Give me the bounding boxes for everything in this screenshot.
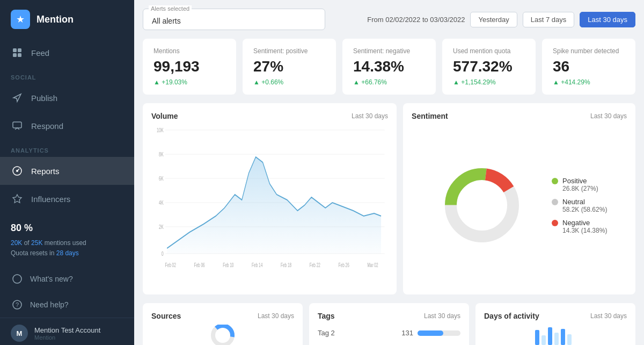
stat-negative-label: Sentiment: negative <box>353 47 425 55</box>
tag-label: Tag 2 <box>318 329 335 337</box>
svg-text:2K: 2K <box>159 224 164 231</box>
sidebar-item-whats-new[interactable]: What's new? <box>0 266 134 292</box>
svg-text:4K: 4K <box>159 200 164 206</box>
stats-row: Mentions 99,193 +19.03% Sentiment: posit… <box>143 39 635 95</box>
sidebar-item-feed[interactable]: Feed <box>0 39 134 67</box>
svg-text:Feb 06: Feb 06 <box>194 262 204 269</box>
sources-card: Sources Last 30 days <box>143 303 303 345</box>
avatar: M <box>11 325 28 342</box>
svg-text:Feb 02: Feb 02 <box>165 262 176 269</box>
yesterday-button[interactable]: Yesterday <box>470 12 517 27</box>
respond-label: Respond <box>31 121 63 131</box>
svg-rect-2 <box>13 53 17 57</box>
stat-positive-value: 27% <box>253 58 325 75</box>
svg-point-7 <box>13 275 21 283</box>
svg-text:?: ? <box>16 301 19 308</box>
activity-chart-placeholder <box>484 325 627 345</box>
last-30-days-button[interactable]: Last 30 days <box>580 12 635 27</box>
stat-spike-change: +414.29% <box>553 78 625 86</box>
sentiment-legend: Positive 26.8K (27%) Neutral 58.2K (58.6… <box>552 177 627 234</box>
question-icon: ? <box>11 298 24 311</box>
quota-days: 28 days <box>56 249 79 257</box>
volume-chart-title: Volume <box>151 112 178 120</box>
account-name: Mention Test Account <box>34 326 100 334</box>
svg-rect-39 <box>561 329 565 345</box>
sentiment-chart-card: Sentiment Last 30 days <box>403 103 635 294</box>
negative-label: Negative <box>562 219 607 227</box>
reports-label: Reports <box>31 167 60 176</box>
sources-header: Sources Last 30 days <box>151 312 294 320</box>
svg-text:0: 0 <box>162 251 164 257</box>
tags-header: Tags Last 30 days <box>318 312 460 320</box>
analytics-label: ANALYTICS <box>0 140 134 157</box>
svg-text:Feb 26: Feb 26 <box>339 262 349 269</box>
stat-quota-change: +1,154.29% <box>453 78 525 86</box>
circle-icon <box>11 272 24 285</box>
quota-reset: Quota resets in 28 days <box>11 248 123 258</box>
svg-rect-40 <box>567 334 572 345</box>
negative-value: 14.3K (14.38%) <box>562 227 607 234</box>
stat-positive-change: +0.66% <box>253 78 325 86</box>
svg-text:10K: 10K <box>157 127 164 134</box>
account-item[interactable]: M Mention Test Account Mention <box>0 318 134 345</box>
sources-chart-placeholder <box>151 325 294 345</box>
stat-positive-label: Sentiment: positive <box>253 47 325 55</box>
negative-dot <box>552 220 558 226</box>
sources-title: Sources <box>151 312 181 320</box>
send-icon <box>11 91 24 104</box>
volume-chart-area: 10K 8K 6K 4K 2K 0 <box>151 125 388 286</box>
account-info: Mention Test Account Mention <box>34 326 100 341</box>
publish-label: Publish <box>31 94 57 103</box>
tag-bar <box>418 330 443 336</box>
svg-text:Feb 14: Feb 14 <box>252 262 262 269</box>
last-7-days-button[interactable]: Last 7 days <box>523 12 575 27</box>
quota-suffix: mentions used <box>45 239 86 247</box>
logo: ★ Mention <box>0 0 134 39</box>
quota-percent: 80 % <box>11 220 123 236</box>
sidebar-item-respond[interactable]: Respond <box>0 112 134 140</box>
svg-rect-35 <box>535 330 539 345</box>
quota-total: 25K <box>31 239 42 247</box>
feed-label: Feed <box>31 48 49 58</box>
stat-mentions-value: 99,193 <box>153 58 225 75</box>
donut-container <box>412 162 552 248</box>
sidebar-item-influencers[interactable]: Influencers <box>0 185 134 213</box>
positive-value: 26.8K (27%) <box>562 185 598 192</box>
account-sub: Mention <box>34 334 100 341</box>
svg-rect-36 <box>541 335 546 345</box>
message-icon <box>11 119 24 132</box>
activity-card: Days of activity Last 30 days <box>475 303 635 345</box>
social-label: SOCIAL <box>0 67 134 84</box>
legend-neutral: Neutral 58.2K (58.62%) <box>552 198 627 213</box>
sidebar-item-publish[interactable]: Publish <box>0 84 134 112</box>
date-range: From 02/02/2022 to 03/03/2022 <box>367 16 465 24</box>
main-content: Alerts selected All alerts From 02/02/20… <box>134 0 644 345</box>
svg-text:8K: 8K <box>159 152 164 158</box>
volume-chart-card: Volume Last 30 days 10K 8K 6K 4K <box>143 103 397 294</box>
chart-icon <box>11 164 24 177</box>
volume-chart-period: Last 30 days <box>352 112 388 120</box>
svg-rect-0 <box>13 48 17 52</box>
svg-rect-4 <box>13 122 21 128</box>
positive-dot <box>552 178 558 184</box>
alerts-select[interactable]: Alerts selected All alerts <box>143 9 325 30</box>
legend-negative: Negative 14.3K (14.38%) <box>552 219 627 234</box>
tags-card: Tags Last 30 days Tag 2 131 <box>309 303 469 345</box>
svg-text:Mar 02: Mar 02 <box>367 262 378 269</box>
stat-spike: Spike number detected 36 +414.29% <box>542 39 635 95</box>
stat-positive: Sentiment: positive 27% +0.66% <box>243 39 336 95</box>
sidebar-item-reports[interactable]: Reports <box>0 157 134 185</box>
quota-section: 80 % 20K of 25K mentions used Quota rese… <box>0 213 134 266</box>
sidebar: ★ Mention Feed SOCIAL Publish <box>0 0 134 345</box>
top-bar: Alerts selected All alerts From 02/02/20… <box>143 9 635 30</box>
activity-header: Days of activity Last 30 days <box>484 312 627 320</box>
sidebar-item-need-help[interactable]: ? Need help? <box>0 292 134 318</box>
sentiment-chart-header: Sentiment Last 30 days <box>412 112 627 120</box>
svg-rect-38 <box>554 333 559 345</box>
influencers-label: Influencers <box>31 195 70 204</box>
quota-usage: 20K of 25K mentions used <box>11 238 123 248</box>
svg-text:Feb 10: Feb 10 <box>223 262 233 269</box>
neutral-label: Neutral <box>562 198 607 206</box>
neutral-value: 58.2K (58.62%) <box>562 206 607 213</box>
date-controls: From 02/02/2022 to 03/03/2022 Yesterday … <box>367 12 635 27</box>
